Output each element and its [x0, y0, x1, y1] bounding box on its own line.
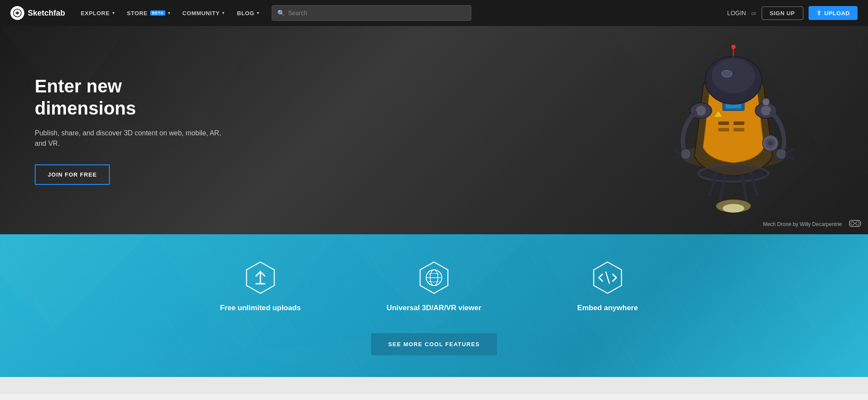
hero-subtitle: Publish, share, and discover 3D content …	[35, 128, 226, 149]
svg-line-32	[675, 150, 681, 154]
svg-rect-20	[718, 128, 729, 131]
login-link[interactable]: LOGIN	[727, 10, 746, 16]
hero-credit: Mech Drone by Willy Decarpentrie	[763, 221, 842, 227]
hero-content: Enter new dimensions Publish, share, and…	[0, 75, 260, 185]
chevron-down-icon: ▾	[112, 11, 115, 15]
see-more-features-button[interactable]: SEE MORE COOL FEATURES	[371, 333, 497, 355]
features-cta: SEE MORE COOL FEATURES	[17, 333, 851, 355]
hero-robot-image: !	[642, 35, 825, 234]
svg-marker-12	[260, 156, 391, 234]
svg-point-23	[712, 59, 755, 93]
svg-line-35	[786, 150, 792, 154]
feature-embed-label: Embed anywhere	[577, 304, 638, 312]
svg-point-29	[696, 105, 706, 116]
chevron-down-icon: ▾	[257, 11, 260, 15]
feature-viewer: Universal 3D/AR/VR viewer	[347, 260, 521, 312]
svg-point-30	[761, 105, 771, 116]
feature-viewer-label: Universal 3D/AR/VR viewer	[387, 304, 481, 312]
feature-embed: Embed anywhere	[521, 260, 694, 312]
nav-menu: EXPLORE ▾ STORE BETA ▾ COMMUNITY ▾ BLOG …	[76, 7, 265, 20]
svg-point-44	[723, 204, 744, 213]
svg-point-38	[699, 166, 768, 181]
svg-marker-53	[0, 234, 148, 329]
globe-icon-wrap	[417, 260, 451, 295]
chevron-down-icon: ▾	[168, 11, 171, 15]
svg-marker-57	[720, 234, 868, 329]
features-grid: Free unlimited uploads Un	[174, 260, 694, 312]
brand-logo-icon	[10, 6, 24, 20]
nav-item-explore[interactable]: EXPLORE ▾	[76, 7, 120, 20]
upload-icon: ⇧	[816, 10, 822, 16]
nav-item-store[interactable]: STORE BETA ▾	[122, 7, 175, 20]
nav-item-blog[interactable]: BLOG ▾	[232, 7, 265, 20]
footer-strip	[0, 377, 868, 394]
navbar: Sketchfab EXPLORE ▾ STORE BETA ▾ COMMUNI…	[0, 0, 868, 26]
svg-point-51	[856, 222, 859, 225]
search-icon: 🔍	[277, 10, 285, 16]
features-section: Free unlimited uploads Un	[0, 234, 868, 377]
svg-point-25	[731, 45, 736, 49]
upload-icon-wrap	[243, 260, 278, 295]
svg-rect-18	[718, 121, 729, 125]
svg-marker-4	[260, 26, 391, 156]
svg-point-50	[851, 222, 854, 225]
svg-line-36	[786, 156, 793, 158]
or-text: or	[751, 10, 756, 16]
nav-right: LOGIN or SIGN UP ⇧ UPLOAD	[727, 6, 858, 20]
feature-upload: Free unlimited uploads	[174, 260, 347, 312]
svg-point-48	[763, 98, 769, 105]
svg-point-26	[722, 70, 732, 77]
svg-rect-19	[733, 121, 744, 125]
svg-marker-9	[391, 26, 477, 156]
feature-upload-label: Free unlimited uploads	[220, 304, 301, 312]
svg-rect-21	[733, 128, 744, 131]
svg-point-31	[681, 149, 691, 159]
search-bar: 🔍	[272, 5, 471, 21]
upload-button[interactable]: ⇧ UPLOAD	[809, 6, 858, 20]
code-icon-wrap	[590, 260, 625, 295]
vr-icon	[849, 219, 861, 229]
svg-point-34	[776, 149, 786, 159]
nav-item-community[interactable]: COMMUNITY ▾	[177, 7, 230, 20]
chevron-down-icon: ▾	[222, 11, 225, 15]
signup-button[interactable]: SIGN UP	[762, 7, 803, 20]
svg-line-33	[674, 156, 681, 158]
svg-text:!: !	[717, 113, 718, 117]
join-for-free-button[interactable]: JOIN FOR FREE	[35, 164, 110, 185]
svg-line-70	[606, 272, 609, 283]
brand-logo-link[interactable]: Sketchfab	[10, 6, 65, 20]
beta-badge: BETA	[150, 10, 165, 16]
svg-point-47	[768, 141, 773, 146]
hero-section: Enter new dimensions Publish, share, and…	[0, 26, 868, 234]
hero-title: Enter new dimensions	[35, 75, 226, 119]
search-input[interactable]	[288, 10, 466, 16]
brand-name: Sketchfab	[28, 9, 65, 18]
